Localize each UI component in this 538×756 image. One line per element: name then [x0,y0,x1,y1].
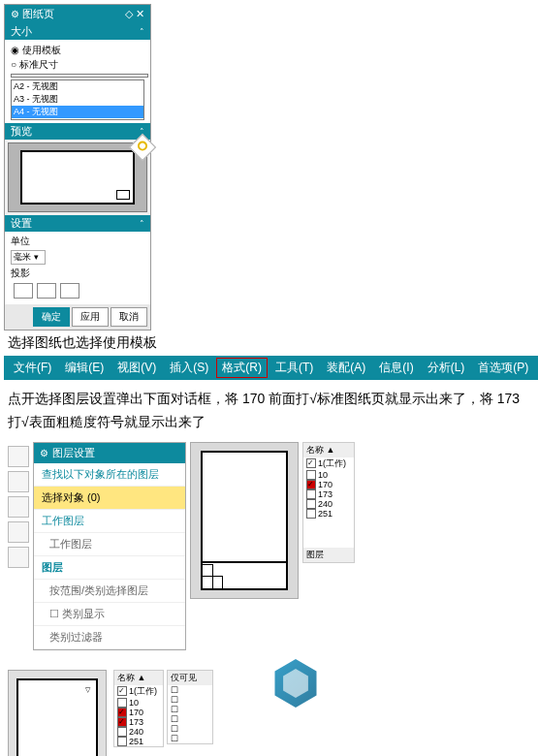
apply-button[interactable]: 应用 [72,307,109,327]
vis-row[interactable]: ☐ [168,705,212,714]
panel-title: 图纸页 [22,8,54,19]
checkbox-icon[interactable] [117,737,127,746]
checkbox-icon[interactable] [306,499,316,509]
checkbox-icon[interactable] [306,489,316,499]
preview-page [20,150,135,205]
layer-row[interactable]: 1(工作) [303,457,354,470]
category-filter-row: 类别过滤器 [34,626,185,649]
select-objects-row[interactable]: 选择对象 (0) [34,487,185,510]
small-drawing-sheet: ▽ [16,678,98,756]
checkbox-icon[interactable] [306,509,316,519]
menu-insert[interactable]: 插入(S) [164,358,214,378]
layer-row[interactable]: 240 [114,727,163,737]
category-display-row[interactable]: ☐ 类别显示 [34,603,185,626]
list-item[interactable]: A3 - 无视图 [12,93,143,106]
dialog-buttons: 确定 应用 取消 [5,304,150,330]
drawing-sheet-panel: ⚙ 图纸页 ◇ ✕ 大小˄ ◉ 使用模板 ○ 标准尺寸 A2 - 无视图 A3 … [4,4,151,331]
menu-prefs[interactable]: 首选项(P) [472,358,534,378]
main-menubar: 文件(F) 编辑(E) 视图(V) 插入(S) 格式(R) 工具(T) 装配(A… [4,356,538,380]
paper-size-list[interactable]: A2 - 无视图 A3 - 无视图 A4 - 无视图 A0++ - 横断 无视图 [11,79,144,120]
menu-assembly[interactable]: 装配(A) [321,358,371,378]
ok-button[interactable]: 确定 [33,307,70,327]
vis-row[interactable]: ☐ [168,714,212,724]
menu-info[interactable]: 信息(I) [373,358,419,378]
vis-row[interactable]: ☐ [168,685,212,695]
nav-icon[interactable] [8,521,29,543]
panel-title-bar: ⚙ 图纸页 ◇ ✕ [5,5,150,23]
settings-section-header[interactable]: 设置˄ [5,215,150,232]
preview-section-header[interactable]: 预览˄ [5,123,150,140]
radio-standard-size[interactable]: ○ 标准尺寸 [11,58,144,72]
title-block [203,561,286,588]
layer-list-panel: 名称 ▲ 1(工作) 10 170 173 240 251 图层 [302,442,355,563]
layer-row[interactable]: 10 [114,698,163,708]
checkbox-icon[interactable] [306,480,316,489]
list-item-selected[interactable]: A4 - 无视图 [12,106,143,118]
list-item[interactable]: A0++ - 横断 无视图 [12,118,143,120]
layer-row[interactable]: 251 [114,737,163,746]
filter-by-category[interactable]: 按范围/类别选择图层 [34,580,185,603]
settings-body: 单位 毫米 ▾ 投影 [5,232,150,304]
menu-view[interactable]: 视图(V) [111,358,162,378]
vis-row[interactable]: ☐ [168,724,212,734]
units-row: 单位 [11,235,144,248]
nav-icon[interactable] [8,496,29,518]
layer-settings-dialog: ⚙ 图层设置 查找以下对象所在的图层 选择对象 (0) 工作图层 工作图层 图层… [33,442,186,650]
layer-row[interactable]: 170 [114,708,163,717]
layer-row[interactable]: 170 [303,480,354,489]
visible-header[interactable]: 仅可见 [168,671,212,685]
projection-option-icon[interactable] [60,283,79,299]
size-section-body: ◉ 使用模板 ○ 标准尺寸 A2 - 无视图 A3 - 无视图 A4 - 无视图… [5,40,150,123]
layer-list-header[interactable]: 名称 ▲ [303,443,354,457]
checkbox-icon[interactable] [117,708,127,717]
checkbox-icon[interactable] [117,727,127,737]
instruction-text: 点开选择图层设置弹出下面对话框，将 170 前面打√标准图纸页就显示出来了，将 … [8,388,522,434]
third-angle-icon[interactable] [37,283,56,299]
layer-row[interactable]: 251 [303,509,354,519]
vis-row[interactable]: ☐ [168,695,212,705]
watermark-logo [271,659,330,717]
small-layer-header[interactable]: 名称 ▲ [114,671,163,685]
layer-row[interactable]: 1(工作) [114,685,163,698]
layers-header-row[interactable]: 图层 [34,556,185,580]
small-layer-list: 名称 ▲ 1(工作) 10 170 173 240 251 [113,670,164,747]
find-layer-row[interactable]: 查找以下对象所在的图层 [34,463,185,487]
size-section-header[interactable]: 大小˄ [5,23,150,40]
template-dropdown[interactable] [11,74,148,78]
projection-icons [11,280,144,301]
vis-row[interactable]: ☐ [168,734,212,743]
checkbox-icon[interactable] [117,717,127,727]
cancel-button[interactable]: 取消 [111,307,147,327]
nav-icon[interactable] [8,446,29,467]
layer-settings-screenshot: ⚙ 图层设置 查找以下对象所在的图层 选择对象 (0) 工作图层 工作图层 图层… [8,442,530,650]
checkbox-icon[interactable] [306,458,316,468]
caption-1: 选择图纸也选择使用模板 [8,334,530,352]
gear-icon: ⚙ [11,9,19,19]
checkbox-icon[interactable] [117,698,127,708]
layer-row[interactable]: 173 [114,717,163,727]
layer-row[interactable]: 10 [303,470,354,480]
layer-row[interactable]: 240 [303,499,354,509]
menu-analysis[interactable]: 分析(L) [422,358,471,378]
menu-tools[interactable]: 工具(T) [269,358,319,378]
work-layer-header[interactable]: 工作图层 [34,510,185,533]
menu-edit[interactable]: 编辑(E) [59,358,110,378]
nav-icon[interactable] [8,471,29,492]
units-dropdown[interactable]: 毫米 ▾ [11,250,46,265]
layer-row[interactable]: 173 [303,489,354,499]
gear-icon: ⚙ [40,448,48,458]
first-angle-icon[interactable] [14,283,33,299]
radio-use-template[interactable]: ◉ 使用模板 [11,44,144,57]
menu-format[interactable]: 格式(R) [216,358,268,378]
nav-icon[interactable] [8,547,29,568]
layer-dialog-header: ⚙ 图层设置 [34,443,185,463]
work-layer-value: 工作图层 [34,533,185,556]
checkbox-icon[interactable] [117,686,127,696]
template-preview [8,142,147,212]
list-item[interactable]: A2 - 无视图 [12,80,143,93]
checkbox-icon[interactable] [306,470,316,480]
chevron-up-icon: ˄ [140,27,144,37]
small-graphics-area: ▽ [8,670,107,756]
menu-file[interactable]: 文件(F) [8,358,57,378]
panel-controls: ◇ ✕ [125,8,144,20]
